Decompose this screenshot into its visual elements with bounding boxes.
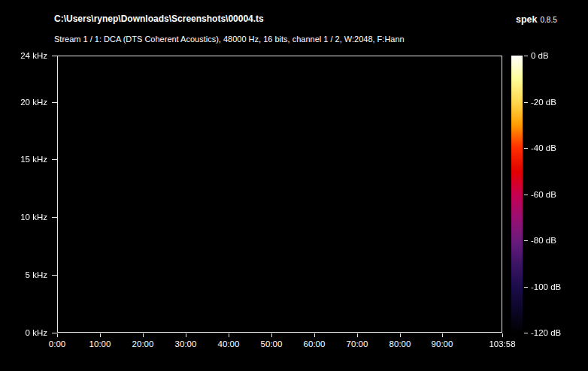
x-axis-label: 40:00 [218,339,240,348]
db-tick-mark [524,148,528,149]
stream-info: Stream 1 / 1: DCA (DTS Coherent Acoustic… [54,35,405,44]
x-axis-label: 70:00 [347,339,368,348]
y-tick-mark [52,217,57,218]
db-axis-label: -20 dB [531,98,556,107]
y-tick-mark [52,159,57,160]
x-axis-label: 80:00 [389,339,411,348]
y-axis-label: 20 kHz [2,98,47,107]
x-tick-mark [502,333,503,337]
x-axis-label: 103:58 [489,339,515,348]
db-axis-label: -100 dB [531,282,561,291]
x-axis-label: 50:00 [261,339,283,348]
db-tick-mark [524,240,528,241]
x-axis-label: 60:00 [304,339,326,348]
colorbar-gradient [511,56,523,333]
x-axis-label: 0:00 [49,339,65,348]
db-axis-label: -120 dB [531,328,561,337]
x-tick-mark [357,333,358,337]
db-tick-mark [524,333,528,333]
x-tick-mark [57,333,58,337]
db-axis-label: -80 dB [531,236,556,245]
db-axis-label: -40 dB [531,143,556,152]
x-axis-label: 30:00 [175,339,197,348]
db-tick-mark [524,56,528,56]
y-tick-mark [52,56,57,56]
db-axis-label: -60 dB [531,190,556,199]
db-tick-mark [524,287,528,288]
app-brand: spek0.8.5 [516,12,557,26]
y-axis-label: 24 kHz [2,51,47,60]
y-tick-mark [52,275,57,276]
y-axis-label: 0 kHz [2,328,47,337]
spek-window: C:\Users\rynep\Downloads\Screenshots\000… [0,0,588,371]
x-axis-label: 20:00 [132,339,154,348]
x-tick-mark [143,333,144,337]
x-tick-mark [100,333,101,337]
spectrogram-plot-frame [57,56,502,333]
x-tick-mark [186,333,186,337]
y-axis-label: 10 kHz [2,213,47,222]
x-tick-mark [400,333,401,337]
x-tick-mark [442,333,443,337]
app-version: 0.8.5 [541,16,557,24]
x-tick-mark [229,333,229,337]
db-tick-mark [524,102,528,103]
x-tick-mark [314,333,315,337]
db-axis-label: 0 dB [531,51,549,60]
file-path-title: C:\Users\rynep\Downloads\Screenshots\000… [54,14,264,24]
app-name: spek [516,14,538,25]
x-axis-label: 10:00 [89,339,111,348]
y-axis-label: 15 kHz [2,155,47,164]
y-tick-mark [52,102,57,103]
y-tick-mark [52,333,57,333]
x-tick-mark [271,333,272,337]
x-axis-label: 90:00 [432,339,453,348]
db-tick-mark [524,195,528,195]
y-axis-label: 5 kHz [2,270,47,279]
